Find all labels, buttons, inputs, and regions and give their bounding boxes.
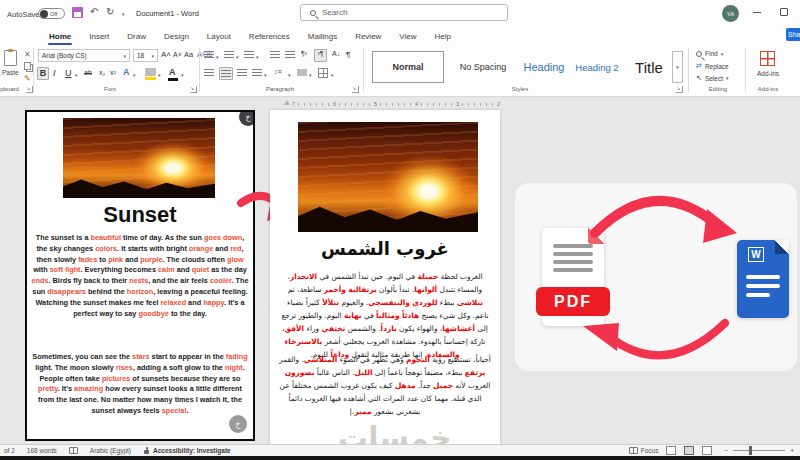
numbering-icon[interactable] bbox=[224, 51, 234, 59]
replace-button[interactable]: ⇄ Replace bbox=[696, 62, 729, 70]
underline-chevron-icon[interactable]: ▾ bbox=[75, 72, 78, 78]
superscript-icon[interactable]: x² bbox=[110, 69, 116, 76]
text-effects-icon[interactable]: A bbox=[123, 67, 130, 77]
style-no-spacing[interactable]: No Spacing bbox=[450, 51, 516, 83]
quick-access-chevron-icon[interactable]: ▾ bbox=[122, 11, 125, 17]
style-heading-2[interactable]: Heading 2 bbox=[571, 51, 623, 83]
strikethrough-icon[interactable]: ab bbox=[84, 69, 92, 76]
redo-icon[interactable]: ↻ bbox=[106, 6, 114, 17]
language-indicator[interactable]: Arabic (Egypt) bbox=[90, 447, 131, 454]
multilevel-list-icon[interactable] bbox=[244, 51, 254, 59]
subscript-icon[interactable]: x₂ bbox=[99, 69, 105, 76]
style-heading[interactable]: Heading bbox=[521, 51, 567, 83]
line-spacing-chevron-icon[interactable]: ▾ bbox=[288, 72, 291, 78]
bold-button[interactable]: B bbox=[37, 67, 49, 80]
tab-design[interactable]: Design bbox=[155, 27, 198, 45]
font-size-select[interactable]: 18▾ bbox=[133, 49, 158, 62]
justify-chevron-icon[interactable]: ▾ bbox=[264, 72, 267, 78]
shading-icon[interactable] bbox=[297, 69, 307, 76]
paragraph-dialog-launcher-icon[interactable]: ↘ bbox=[352, 86, 359, 93]
copy-icon[interactable] bbox=[24, 62, 31, 70]
select-button[interactable]: ↖ Select ▾ bbox=[696, 74, 728, 82]
read-mode-icon[interactable] bbox=[666, 446, 676, 455]
zoom-slider[interactable] bbox=[733, 450, 785, 451]
align-left-icon[interactable] bbox=[204, 69, 214, 77]
styles-dialog-launcher-icon[interactable]: ↘ bbox=[676, 86, 683, 93]
save-icon[interactable] bbox=[72, 7, 83, 18]
windows-taskbar[interactable] bbox=[0, 456, 800, 460]
borders-chevron-icon[interactable]: ▾ bbox=[331, 72, 334, 78]
undo-icon[interactable]: ↶ bbox=[90, 6, 98, 17]
font-dialog-launcher-icon[interactable]: ↘ bbox=[190, 86, 197, 93]
accessibility-status[interactable]: Accessibility: Investigate bbox=[143, 447, 231, 454]
tab-view[interactable]: View bbox=[390, 27, 425, 45]
proofing-status[interactable] bbox=[69, 447, 78, 454]
line-spacing-icon[interactable]: ↕≡ bbox=[274, 68, 282, 75]
autosave-toggle[interactable]: Off bbox=[38, 8, 65, 19]
minimize-icon[interactable] bbox=[753, 12, 761, 13]
tab-mailings[interactable]: Mailings bbox=[299, 27, 346, 45]
font-name-select[interactable]: Arial (Body CS)▾ bbox=[38, 49, 130, 62]
multilevel-chevron-icon[interactable]: ▾ bbox=[256, 54, 259, 60]
style-normal[interactable]: Normal bbox=[372, 51, 444, 83]
add-ins-button[interactable] bbox=[760, 51, 775, 66]
show-marks-icon[interactable]: ¶ bbox=[346, 50, 350, 59]
focus-button[interactable]: Focus bbox=[629, 447, 659, 454]
ltr-direction-icon[interactable]: ¶‹ bbox=[301, 50, 307, 57]
paste-button[interactable] bbox=[4, 50, 17, 66]
print-layout-icon[interactable] bbox=[684, 446, 694, 455]
font-color-chevron-icon[interactable]: ▾ bbox=[181, 72, 184, 78]
change-case-icon[interactable]: Aa bbox=[184, 50, 193, 59]
page-indicator[interactable]: of 2 bbox=[4, 447, 15, 454]
styles-group-label: Styles bbox=[500, 86, 540, 92]
underline-button[interactable]: U bbox=[65, 68, 72, 78]
shading-chevron-icon[interactable]: ▾ bbox=[309, 72, 312, 78]
numbering-chevron-icon[interactable]: ▾ bbox=[236, 54, 239, 60]
zoom-in-icon[interactable]: + bbox=[790, 447, 794, 454]
shrink-font-icon[interactable]: A˅ bbox=[173, 51, 182, 58]
horizontal-ruler[interactable]: 7 6 5 4 3 2 bbox=[278, 100, 518, 109]
clipboard-dialog-launcher-icon[interactable]: ↘ bbox=[26, 86, 33, 93]
tab-insert[interactable]: Insert bbox=[80, 27, 118, 45]
restore-window-icon[interactable] bbox=[780, 8, 788, 16]
justify-icon[interactable] bbox=[252, 69, 262, 77]
rtl-direction-icon[interactable]: ›¶ bbox=[314, 49, 327, 62]
english-document-page[interactable]: Sunset The sunset is a beautiful time of… bbox=[25, 110, 255, 441]
increase-indent-icon[interactable] bbox=[285, 51, 295, 59]
document-canvas[interactable]: 7 6 5 4 3 2 Sunset The sunset is a beaut… bbox=[0, 97, 800, 444]
tab-home[interactable]: Home bbox=[40, 27, 80, 45]
sort-icon[interactable]: A↓ bbox=[332, 50, 340, 57]
highlight-color-icon[interactable] bbox=[145, 68, 156, 76]
bullets-icon[interactable] bbox=[204, 51, 214, 59]
align-right-icon[interactable] bbox=[237, 69, 247, 77]
web-layout-icon[interactable] bbox=[702, 446, 712, 455]
style-title[interactable]: Title bbox=[628, 51, 670, 83]
tab-layout[interactable]: Layout bbox=[198, 27, 240, 45]
tab-help[interactable]: Help bbox=[426, 27, 460, 45]
decrease-indent-icon[interactable] bbox=[270, 51, 280, 59]
find-button[interactable]: Find ▾ bbox=[696, 50, 723, 57]
indent-marker-icon[interactable] bbox=[284, 100, 290, 105]
format-painter-icon[interactable]: ✎ bbox=[24, 74, 31, 83]
tab-references[interactable]: References bbox=[240, 27, 299, 45]
avatar[interactable]: YA bbox=[722, 5, 739, 22]
grow-font-icon[interactable]: A˄ bbox=[161, 50, 171, 59]
focus-icon bbox=[629, 447, 638, 454]
zoom-slider-handle[interactable] bbox=[749, 446, 752, 455]
zoom-out-icon[interactable]: − bbox=[724, 447, 728, 454]
arabic-document-page[interactable]: غروب الشمس الغروب لحظة جميلة في اليوم. ح… bbox=[270, 110, 500, 447]
tab-review[interactable]: Review bbox=[346, 27, 390, 45]
word-count[interactable]: 168 words bbox=[27, 447, 57, 454]
borders-icon[interactable] bbox=[318, 68, 328, 78]
cut-icon[interactable]: ✕ bbox=[24, 50, 31, 59]
align-center-icon[interactable] bbox=[219, 67, 233, 80]
styles-more-icon[interactable]: ▾ bbox=[672, 51, 683, 83]
search-input[interactable]: Search bbox=[300, 4, 508, 21]
bullets-chevron-icon[interactable]: ▾ bbox=[216, 54, 219, 60]
italic-button[interactable]: I bbox=[53, 68, 56, 78]
highlight-chevron-icon[interactable]: ▾ bbox=[158, 72, 161, 78]
share-button[interactable]: Share bbox=[786, 28, 800, 41]
font-color-icon[interactable]: A bbox=[169, 67, 176, 77]
tab-draw[interactable]: Draw bbox=[118, 27, 155, 45]
text-effects-chevron-icon[interactable]: ▾ bbox=[133, 72, 136, 78]
